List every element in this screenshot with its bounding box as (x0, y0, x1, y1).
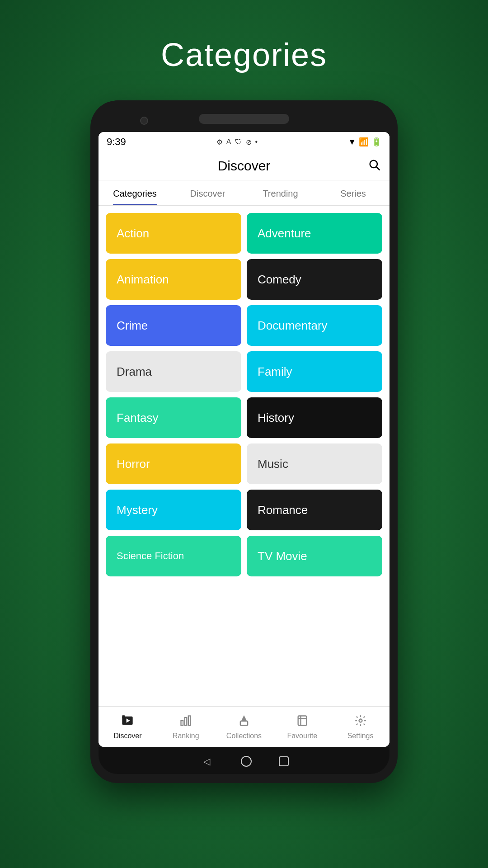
category-crime[interactable]: Crime (106, 305, 241, 346)
categories-container: Action Adventure Animation Comedy Crime … (99, 206, 389, 706)
nav-collections[interactable]: Collections (215, 711, 273, 743)
category-tv-movie[interactable]: TV Movie (247, 536, 382, 576)
category-adventure[interactable]: Adventure (247, 213, 382, 254)
favourite-nav-icon (296, 714, 309, 730)
collections-nav-label: Collections (226, 732, 262, 740)
category-mystery[interactable]: Mystery (106, 490, 241, 530)
tab-series[interactable]: Series (317, 180, 389, 205)
phone-bottom-bar: ◁ (99, 747, 389, 774)
category-family[interactable]: Family (247, 351, 382, 392)
nav-favourite[interactable]: Favourite (273, 711, 331, 743)
svg-rect-4 (122, 715, 125, 718)
category-horror[interactable]: Horror (106, 443, 241, 484)
dot-icon: • (255, 138, 258, 146)
svg-point-12 (359, 719, 362, 722)
nav-settings[interactable]: Settings (331, 711, 389, 743)
svg-rect-6 (185, 717, 187, 726)
svg-rect-10 (298, 716, 306, 726)
category-science-fiction[interactable]: Science Fiction (106, 536, 241, 576)
svg-rect-9 (240, 721, 248, 725)
categories-grid: Action Adventure Animation Comedy Crime … (106, 213, 382, 576)
wifi-icon: ▼ (348, 137, 356, 147)
discover-nav-label: Discover (113, 732, 141, 740)
phone-screen: 9:39 ⚙ A 🛡 ⊘ • ▼ 📶 🔋 Discover (99, 132, 389, 747)
tab-discover[interactable]: Discover (171, 180, 244, 205)
svg-marker-8 (242, 717, 246, 721)
category-history[interactable]: History (247, 397, 382, 438)
settings-nav-icon (354, 714, 367, 730)
gear-icon: ⚙ (216, 138, 223, 146)
status-icons: ⚙ A 🛡 ⊘ • (216, 138, 258, 146)
svg-rect-7 (188, 716, 191, 726)
page-title: Categories (161, 36, 327, 73)
a-icon: A (226, 138, 231, 146)
svg-line-1 (376, 167, 379, 170)
status-time: 9:39 (107, 136, 126, 148)
app-bar: Discover (99, 152, 389, 180)
category-comedy[interactable]: Comedy (247, 259, 382, 300)
favourite-nav-label: Favourite (287, 732, 317, 740)
status-bar: 9:39 ⚙ A 🛡 ⊘ • ▼ 📶 🔋 (99, 132, 389, 152)
category-music[interactable]: Music (247, 443, 382, 484)
svg-rect-5 (181, 721, 183, 726)
shield-icon: 🛡 (235, 138, 242, 146)
phone-camera (140, 117, 148, 125)
category-animation[interactable]: Animation (106, 259, 241, 300)
category-romance[interactable]: Romance (247, 490, 382, 530)
battery-icon: 🔋 (371, 137, 381, 147)
phone-speaker (199, 114, 289, 124)
nav-ranking[interactable]: Ranking (157, 711, 215, 743)
phone-device: 9:39 ⚙ A 🛡 ⊘ • ▼ 📶 🔋 Discover (90, 100, 398, 783)
category-documentary[interactable]: Documentary (247, 305, 382, 346)
discover-nav-icon (121, 714, 134, 730)
ranking-nav-icon (179, 714, 192, 730)
category-drama[interactable]: Drama (106, 351, 241, 392)
back-button[interactable]: ◁ (199, 754, 214, 769)
settings-nav-label: Settings (347, 732, 374, 740)
tab-trending[interactable]: Trending (244, 180, 317, 205)
status-right-icons: ▼ 📶 🔋 (348, 137, 381, 147)
ranking-nav-label: Ranking (173, 732, 199, 740)
category-action[interactable]: Action (106, 213, 241, 254)
tab-bar: Categories Discover Trending Series (99, 180, 389, 206)
collections-nav-icon (238, 714, 250, 730)
nav-discover[interactable]: Discover (99, 711, 157, 743)
tab-categories[interactable]: Categories (99, 180, 171, 205)
ban-icon: ⊘ (246, 138, 252, 146)
recents-button[interactable] (279, 756, 289, 766)
signal-icon: 📶 (359, 137, 369, 147)
bottom-nav: Discover Ranking (99, 706, 389, 747)
home-button[interactable] (241, 756, 252, 767)
app-bar-title: Discover (218, 158, 271, 174)
category-fantasy[interactable]: Fantasy (106, 397, 241, 438)
search-icon[interactable] (368, 158, 380, 174)
